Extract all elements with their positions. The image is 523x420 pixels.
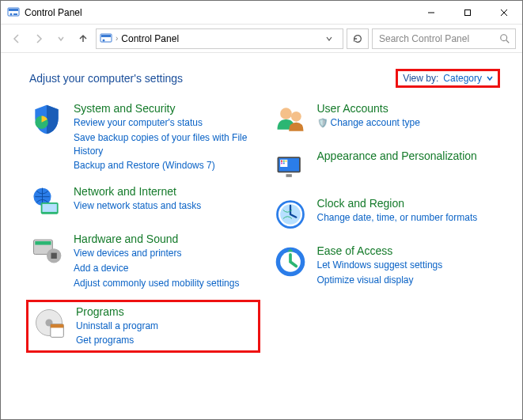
programs-icon [32, 305, 66, 340]
category-link[interactable]: Uninstall a program [76, 320, 158, 333]
close-button[interactable] [486, 1, 522, 24]
control-panel-icon [7, 6, 20, 19]
appearance-and-personalization-icon [273, 149, 308, 184]
svg-point-10 [103, 39, 105, 41]
category-body: User AccountsChange account type [317, 102, 420, 130]
category-user-accounts: User AccountsChange account type [273, 102, 501, 137]
category-clock-and-region: Clock and RegionChange date, time, or nu… [273, 197, 501, 232]
navigation-bar: › Control Panel [1, 25, 522, 53]
svg-point-2 [10, 13, 13, 15]
svg-rect-5 [465, 9, 471, 15]
view-by-label: View by: [403, 73, 438, 84]
view-by-control[interactable]: View by: Category [396, 69, 500, 88]
svg-rect-1 [9, 9, 18, 11]
address-text[interactable]: Control Panel [121, 33, 322, 44]
category-programs: ProgramsUninstall a programGet programs [26, 300, 260, 354]
address-dropdown-icon[interactable] [325, 35, 339, 43]
category-body: System and SecurityReview your computer'… [74, 102, 257, 172]
svg-rect-20 [51, 253, 57, 259]
svg-rect-31 [282, 161, 284, 162]
category-appearance-and-personalization: Appearance and Personalization [273, 149, 501, 184]
content-area: Adjust your computer's settings View by:… [1, 53, 522, 419]
category-body: Clock and RegionChange date, time, or nu… [317, 197, 478, 225]
category-link[interactable]: Change date, time, or number formats [317, 211, 478, 225]
control-panel-icon [100, 32, 112, 45]
page-heading: Adjust your computer's settings [29, 72, 183, 85]
back-button[interactable] [7, 29, 26, 48]
category-link[interactable]: Change account type [317, 116, 420, 130]
refresh-button[interactable] [347, 28, 369, 49]
svg-rect-35 [286, 174, 291, 177]
window: Control Panel › Control Panel Adjust you… [0, 0, 523, 420]
address-bar[interactable]: › Control Panel [96, 28, 343, 49]
category-link[interactable]: Get programs [76, 334, 158, 347]
category-hardware-and-sound: Hardware and SoundView devices and print… [29, 233, 257, 289]
category-body: ProgramsUninstall a programGet programs [76, 305, 158, 348]
svg-rect-24 [51, 324, 63, 327]
svg-rect-30 [281, 161, 282, 162]
category-title[interactable]: Ease of Access [317, 244, 443, 257]
window-controls [413, 1, 522, 24]
up-button[interactable] [74, 29, 93, 48]
category-link[interactable]: Add a device [74, 262, 239, 275]
category-title[interactable]: Programs [76, 305, 158, 318]
window-title: Control Panel [25, 7, 413, 18]
search-box[interactable] [372, 28, 516, 49]
svg-line-12 [506, 40, 510, 43]
category-link[interactable]: Backup and Restore (Windows 7) [74, 159, 257, 172]
network-and-internet-icon [29, 185, 64, 220]
category-network-and-internet: Network and InternetView network status … [29, 185, 257, 220]
svg-rect-34 [282, 163, 284, 165]
svg-rect-33 [281, 163, 282, 165]
right-column: User AccountsChange account typeAppearan… [273, 102, 501, 350]
category-link[interactable]: View devices and printers [74, 247, 239, 260]
svg-point-11 [501, 34, 507, 40]
svg-rect-16 [43, 204, 57, 212]
system-and-security-icon [29, 102, 64, 137]
category-title[interactable]: Network and Internet [74, 185, 201, 198]
category-body: Appearance and Personalization [317, 149, 477, 162]
svg-rect-18 [35, 241, 51, 245]
view-by-value[interactable]: Category [443, 73, 482, 84]
category-link[interactable]: Review your computer's status [74, 116, 257, 130]
left-column: System and SecurityReview your computer'… [29, 102, 257, 350]
category-columns: System and SecurityReview your computer'… [29, 102, 500, 350]
chevron-down-icon[interactable] [487, 75, 493, 81]
ease-of-access-icon [273, 244, 308, 279]
user-accounts-icon [273, 102, 308, 137]
category-title[interactable]: System and Security [74, 102, 257, 115]
title-bar: Control Panel [1, 1, 522, 25]
recent-locations-button[interactable] [51, 29, 70, 48]
category-body: Ease of AccessLet Windows suggest settin… [317, 244, 443, 287]
category-system-and-security: System and SecurityReview your computer'… [29, 102, 257, 172]
category-link[interactable]: Save backup copies of your files with Fi… [74, 131, 257, 158]
category-body: Network and InternetView network status … [74, 185, 201, 213]
clock-and-region-icon [273, 197, 308, 232]
maximize-button[interactable] [449, 1, 486, 24]
hardware-and-sound-icon [29, 233, 64, 267]
minimize-button[interactable] [413, 1, 449, 24]
category-link[interactable]: Adjust commonly used mobility settings [74, 277, 239, 290]
search-icon[interactable] [499, 33, 510, 44]
category-title[interactable]: Clock and Region [317, 197, 478, 210]
svg-point-25 [280, 108, 292, 119]
category-body: Hardware and SoundView devices and print… [74, 233, 239, 289]
svg-rect-9 [101, 35, 111, 37]
forward-button[interactable] [29, 29, 48, 48]
top-line: Adjust your computer's settings View by:… [29, 69, 500, 88]
category-title[interactable]: Hardware and Sound [74, 233, 239, 245]
category-link[interactable]: View network status and tasks [74, 199, 201, 213]
svg-point-26 [290, 112, 301, 122]
svg-rect-3 [13, 13, 17, 15]
svg-rect-32 [285, 161, 286, 162]
category-link[interactable]: Optimize visual display [317, 274, 443, 287]
search-input[interactable] [377, 32, 499, 45]
category-link[interactable]: Let Windows suggest settings [317, 259, 443, 272]
category-title[interactable]: Appearance and Personalization [317, 149, 477, 162]
category-title[interactable]: User Accounts [317, 102, 420, 115]
chevron-right-icon[interactable]: › [116, 34, 118, 43]
category-ease-of-access: Ease of AccessLet Windows suggest settin… [273, 244, 501, 287]
